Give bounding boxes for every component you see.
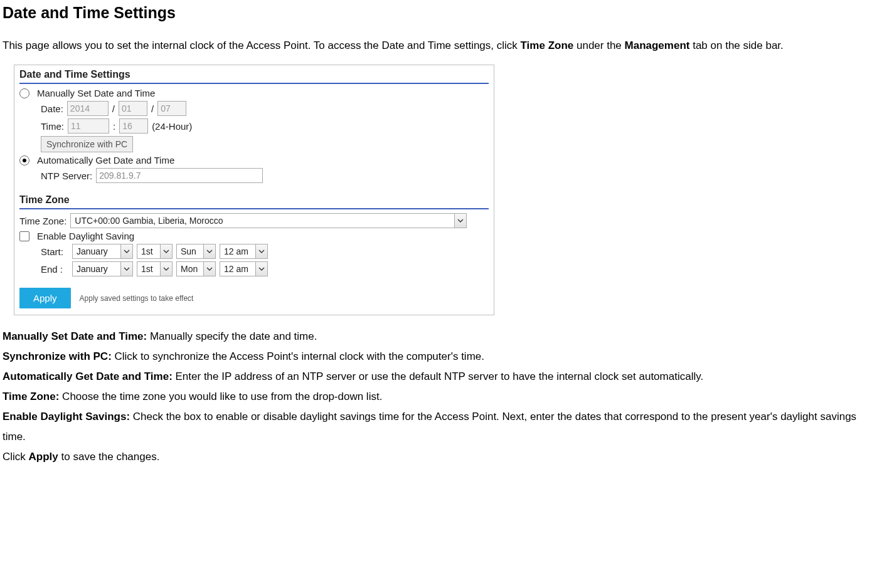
desc-manual-term: Manually Set Date and Time:	[3, 330, 147, 342]
chevron-down-icon	[160, 262, 172, 276]
apply-note: Apply saved settings to take effect	[80, 294, 194, 303]
time-min-field[interactable]	[119, 118, 148, 134]
auto-mode-row[interactable]: Automatically Get Date and Time	[19, 155, 489, 165]
apply-button[interactable]: Apply	[19, 288, 71, 308]
dst-end-month-select[interactable]: January	[72, 261, 133, 276]
dst-end-hour-value: 12 am	[220, 264, 255, 274]
settings-panel-screenshot: Date and Time Settings Manually Set Date…	[14, 65, 494, 315]
desc-tz-term: Time Zone:	[3, 391, 59, 402]
desc-sync-text: Click to synchronize the Access Point's …	[112, 350, 484, 362]
dst-end-label: End :	[41, 264, 68, 275]
chevron-down-icon	[255, 244, 267, 258]
radio-auto[interactable]	[19, 155, 29, 165]
desc-dst-text: Check the box to enable or disable dayli…	[3, 411, 856, 443]
time-hour-field[interactable]	[68, 118, 109, 134]
desc-manual: Manually Set Date and Time: Manually spe…	[3, 327, 874, 347]
intro-timezone-term: Time Zone	[521, 39, 574, 51]
dst-end-month-value: January	[73, 264, 120, 274]
dst-end-day-select[interactable]: 1st	[137, 261, 173, 276]
chevron-down-icon	[120, 244, 132, 258]
dst-checkbox[interactable]	[19, 231, 29, 241]
hour-note: (24-Hour)	[152, 121, 192, 132]
descriptions: Manually Set Date and Time: Manually spe…	[3, 327, 874, 467]
date-day-field[interactable]	[157, 101, 186, 116]
date-label: Date:	[41, 103, 63, 114]
manual-mode-row[interactable]: Manually Set Date and Time	[19, 88, 489, 98]
dst-start-month-select[interactable]: January	[72, 244, 133, 259]
tz-label: Time Zone:	[19, 216, 66, 226]
desc-auto-term: Automatically Get Date and Time:	[3, 370, 173, 382]
dst-label: Enable Daylight Saving	[37, 231, 134, 241]
desc-sync: Synchronize with PC: Click to synchroniz…	[3, 347, 874, 367]
desc-dst: Enable Daylight Savings: Check the box t…	[3, 407, 874, 447]
intro-text-post: tab on the side bar.	[689, 39, 783, 51]
chevron-down-icon	[454, 214, 466, 228]
tz-row: Time Zone: UTC+00:00 Gambia, Liberia, Mo…	[19, 213, 489, 228]
desc-apply-term: Apply	[29, 451, 58, 463]
dst-start-label: Start:	[41, 246, 68, 257]
chevron-down-icon	[160, 244, 172, 258]
dst-start-row: Start: January 1st Sun 12 am	[19, 244, 489, 259]
timezone-value: UTC+00:00 Gambia, Liberia, Morocco	[71, 216, 454, 226]
dst-end-row: End : January 1st Mon 12 am	[19, 261, 489, 276]
ntp-row: NTP Server:	[19, 168, 489, 183]
chevron-down-icon	[203, 244, 215, 258]
desc-sync-term: Synchronize with PC:	[3, 350, 112, 362]
dst-row[interactable]: Enable Daylight Saving	[19, 231, 489, 241]
manual-mode-label: Manually Set Date and Time	[37, 88, 155, 98]
section-timezone-heading: Time Zone	[19, 194, 489, 209]
radio-manual[interactable]	[19, 88, 29, 98]
ntp-label: NTP Server:	[41, 171, 92, 181]
dst-start-dow-value: Sun	[177, 246, 203, 256]
desc-apply: Click Apply to save the changes.	[3, 447, 874, 467]
dst-end-dow-value: Mon	[177, 264, 203, 274]
desc-manual-text: Manually specify the date and time.	[147, 330, 317, 342]
intro-text-mid: under the	[573, 39, 624, 51]
date-month-field[interactable]	[119, 101, 147, 116]
dst-start-hour-value: 12 am	[220, 246, 255, 256]
separator: /	[112, 103, 115, 114]
desc-auto-text: Enter the IP address of an NTP server or…	[173, 370, 703, 382]
intro-text-pre: This page allows you to set the internal…	[3, 39, 521, 51]
dst-end-hour-select[interactable]: 12 am	[220, 261, 268, 276]
page-title: Date and Time Settings	[3, 4, 874, 22]
desc-dst-term: Enable Daylight Savings:	[3, 411, 130, 423]
date-row: Date: / /	[19, 101, 489, 116]
dst-end-dow-select[interactable]: Mon	[176, 261, 216, 276]
chevron-down-icon	[120, 262, 132, 276]
desc-apply-post: to save the changes.	[58, 451, 160, 463]
ntp-server-field[interactable]	[96, 168, 263, 183]
dst-start-dow-select[interactable]: Sun	[176, 244, 216, 259]
date-year-field[interactable]	[67, 101, 109, 116]
section-date-time-heading: Date and Time Settings	[19, 69, 489, 84]
chevron-down-icon	[203, 262, 215, 276]
intro-paragraph: This page allows you to set the internal…	[3, 36, 874, 56]
sync-row: Synchronize with PC	[19, 136, 489, 152]
separator: /	[151, 103, 154, 114]
dst-end-day-value: 1st	[137, 264, 160, 274]
desc-apply-pre: Click	[3, 451, 29, 463]
auto-mode-label: Automatically Get Date and Time	[37, 155, 174, 165]
dst-start-day-value: 1st	[137, 246, 160, 256]
desc-tz: Time Zone: Choose the time zone you woul…	[3, 387, 874, 407]
separator: :	[113, 121, 115, 132]
dst-start-hour-select[interactable]: 12 am	[220, 244, 268, 259]
chevron-down-icon	[255, 262, 267, 276]
dst-start-month-value: January	[73, 246, 120, 256]
apply-row: Apply Apply saved settings to take effec…	[19, 288, 489, 308]
desc-auto: Automatically Get Date and Time: Enter t…	[3, 367, 874, 387]
intro-management-term: Management	[625, 39, 690, 51]
timezone-select[interactable]: UTC+00:00 Gambia, Liberia, Morocco	[70, 213, 467, 228]
time-label: Time:	[41, 121, 64, 132]
dst-start-day-select[interactable]: 1st	[137, 244, 173, 259]
sync-with-pc-button[interactable]: Synchronize with PC	[41, 136, 133, 152]
time-row: Time: : (24-Hour)	[19, 118, 489, 134]
desc-tz-text: Choose the time zone you would like to u…	[59, 391, 382, 402]
